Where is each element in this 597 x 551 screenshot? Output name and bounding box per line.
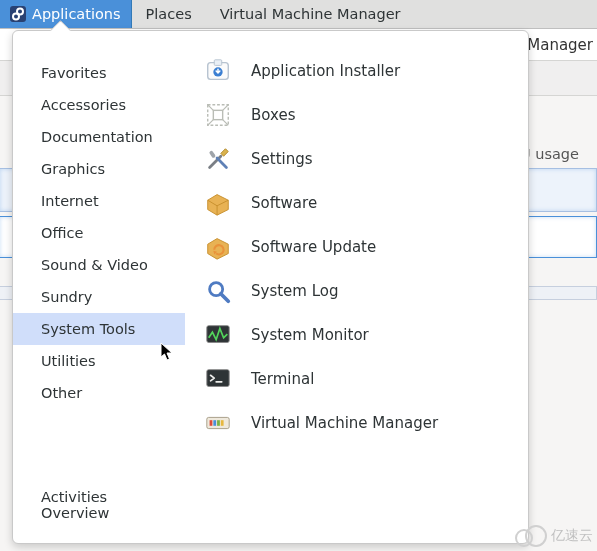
watermark-text: 亿速云	[551, 527, 593, 545]
app-boxes[interactable]: Boxes	[203, 93, 528, 137]
cat-sundry[interactable]: Sundry	[13, 281, 185, 313]
svg-rect-13	[210, 420, 213, 426]
app-settings[interactable]: Settings	[203, 137, 528, 181]
cat-accessories[interactable]: Accessories	[13, 89, 185, 121]
app-label: Software	[251, 194, 317, 212]
svg-rect-15	[217, 420, 220, 426]
update-icon	[203, 232, 233, 262]
activities-label: Activities Overview	[41, 489, 109, 521]
cat-label: Graphics	[41, 161, 105, 177]
vmm-icon	[203, 408, 233, 438]
app-label: Software Update	[251, 238, 376, 256]
cat-label: Documentation	[41, 129, 153, 145]
app-virtual-machine-manager[interactable]: Virtual Machine Manager	[203, 401, 528, 445]
app-system-log[interactable]: System Log	[203, 269, 528, 313]
app-label: Boxes	[251, 106, 295, 124]
cat-other[interactable]: Other	[13, 377, 185, 409]
svg-rect-14	[213, 420, 216, 426]
cat-internet[interactable]: Internet	[13, 185, 185, 217]
cat-label: Accessories	[41, 97, 126, 113]
active-app-name: Virtual Machine Manager	[220, 6, 401, 22]
fedora-icon	[10, 6, 26, 22]
app-software[interactable]: Software	[203, 181, 528, 225]
top-panel: Applications Places Virtual Machine Mana…	[0, 0, 597, 29]
cat-sound-video[interactable]: Sound & Video	[13, 249, 185, 281]
applications-label: Applications	[32, 6, 121, 22]
app-label: Application Installer	[251, 62, 400, 80]
places-label: Places	[146, 6, 192, 22]
app-terminal[interactable]: Terminal	[203, 357, 528, 401]
cat-system-tools[interactable]: System Tools	[13, 313, 185, 345]
terminal-icon	[203, 364, 233, 394]
app-label: System Log	[251, 282, 339, 300]
applications-menu-button[interactable]: Applications	[0, 0, 132, 28]
svg-rect-7	[213, 110, 222, 119]
bg-window-title: Manager	[527, 36, 593, 54]
cat-utilities[interactable]: Utilities	[13, 345, 185, 377]
watermark-icon	[515, 525, 549, 547]
monitor-icon	[203, 320, 233, 350]
activities-overview[interactable]: Activities Overview	[13, 471, 185, 543]
app-label: Virtual Machine Manager	[251, 414, 438, 432]
app-label: System Monitor	[251, 326, 369, 344]
cat-label: Office	[41, 225, 83, 241]
application-list: Application Installer Boxes	[185, 31, 528, 543]
app-application-installer[interactable]: Application Installer	[203, 49, 528, 93]
active-app-label[interactable]: Virtual Machine Manager	[206, 0, 415, 28]
applications-menu: Favorites Accessories Documentation Grap…	[12, 30, 529, 544]
cat-label: Other	[41, 385, 82, 401]
places-menu-button[interactable]: Places	[132, 0, 206, 28]
cat-label: System Tools	[41, 321, 135, 337]
cat-documentation[interactable]: Documentation	[13, 121, 185, 153]
cat-label: Utilities	[41, 353, 96, 369]
software-icon	[203, 188, 233, 218]
cat-label: Internet	[41, 193, 99, 209]
app-system-monitor[interactable]: System Monitor	[203, 313, 528, 357]
watermark: 亿速云	[515, 525, 593, 547]
cat-graphics[interactable]: Graphics	[13, 153, 185, 185]
cat-label: Favorites	[41, 65, 107, 81]
cat-office[interactable]: Office	[13, 217, 185, 249]
svg-rect-8	[209, 150, 216, 158]
app-software-update[interactable]: Software Update	[203, 225, 528, 269]
app-label: Terminal	[251, 370, 314, 388]
svg-rect-11	[207, 370, 229, 387]
cat-label: Sound & Video	[41, 257, 148, 273]
cat-label: Sundry	[41, 289, 92, 305]
svg-rect-4	[214, 60, 221, 66]
app-label: Settings	[251, 150, 313, 168]
cat-favorites[interactable]: Favorites	[13, 57, 185, 89]
log-icon	[203, 276, 233, 306]
installer-icon	[203, 56, 233, 86]
settings-icon	[203, 144, 233, 174]
boxes-icon	[203, 100, 233, 130]
category-list: Favorites Accessories Documentation Grap…	[13, 31, 185, 543]
svg-rect-16	[221, 420, 224, 426]
